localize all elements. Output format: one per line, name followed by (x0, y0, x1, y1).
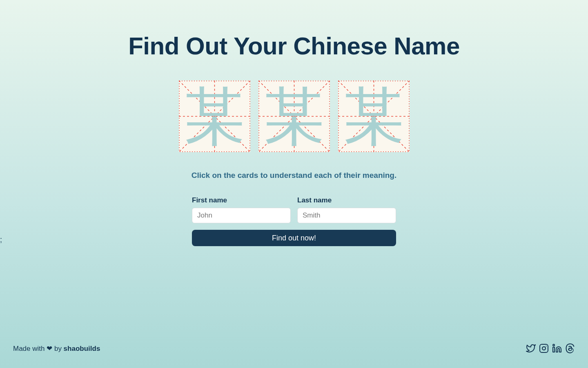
first-name-input[interactable] (192, 208, 291, 223)
first-name-label: First name (192, 196, 291, 204)
page-title: Find Out Your Chinese Name (128, 32, 460, 60)
character-card-3[interactable]: 某 (338, 81, 410, 152)
svg-rect-17 (553, 347, 555, 352)
form-row: First name Last name (192, 196, 396, 223)
credit-text: Made with ❤ by shaobuilds (13, 344, 100, 353)
last-name-input[interactable] (297, 208, 396, 223)
character-glyph: 某 (258, 81, 330, 152)
character-glyph: 某 (338, 81, 410, 152)
credit-author: shaobuilds (64, 345, 100, 352)
threads-icon (565, 343, 575, 353)
first-name-field-wrapper: First name (192, 196, 291, 223)
character-card-2[interactable]: 某 (258, 81, 330, 152)
last-name-field-wrapper: Last name (297, 196, 396, 223)
character-cards-row: 某 某 某 (179, 81, 410, 152)
footer: Made with ❤ by shaobuilds (0, 343, 588, 353)
submit-button[interactable]: Find out now! (192, 230, 396, 246)
stray-text: ; (0, 236, 2, 244)
linkedin-icon (552, 343, 562, 353)
social-links (526, 343, 575, 353)
credit-prefix: Made with ❤ by (13, 345, 64, 352)
twitter-link[interactable] (526, 343, 536, 353)
svg-rect-15 (540, 344, 548, 352)
twitter-icon (526, 343, 536, 353)
linkedin-link[interactable] (552, 343, 562, 353)
character-card-1[interactable]: 某 (179, 81, 250, 152)
page-container: Find Out Your Chinese Name 某 某 (0, 0, 588, 246)
character-glyph: 某 (179, 81, 250, 152)
cards-hint: Click on the cards to understand each of… (192, 171, 397, 180)
last-name-label: Last name (297, 196, 396, 204)
name-form: First name Last name Find out now! (192, 196, 396, 246)
svg-point-18 (553, 344, 555, 346)
instagram-icon (539, 343, 549, 353)
threads-link[interactable] (565, 343, 575, 353)
instagram-link[interactable] (539, 343, 549, 353)
